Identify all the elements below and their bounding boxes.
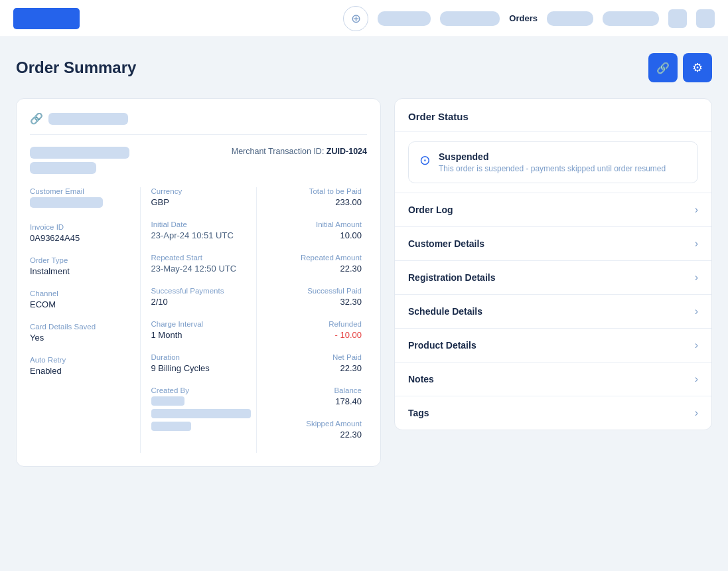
chevron-down-icon: › — [695, 204, 698, 216]
order-status-title: Order Status — [408, 111, 698, 122]
details-grid: Customer Email Invoice ID 0A93624A45 Ord… — [30, 187, 367, 453]
channel-label: Channel — [30, 289, 135, 297]
order-status-panel: Order Status ⊙ Suspended This order is s… — [394, 98, 712, 430]
accordion-schedule-details[interactable]: Schedule Details › — [395, 294, 711, 328]
suspended-card: ⊙ Suspended This order is suspended - pa… — [408, 141, 698, 183]
chevron-down-icon: › — [695, 339, 698, 351]
link-row: 🔗 — [30, 112, 367, 135]
currency-item: Currency GBP — [151, 187, 251, 207]
charge-interval-label: Charge Interval — [151, 320, 251, 328]
order-type-value: Instalment — [30, 266, 135, 276]
accordion-tags-label: Tags — [408, 408, 429, 418]
link-button[interactable]: 🔗 — [648, 53, 678, 82]
duration-value: 9 Billing Cycles — [151, 363, 251, 373]
initial-amount-value: 10.00 — [267, 230, 362, 240]
add-button[interactable]: ⊕ — [343, 6, 368, 31]
created-pill-1 — [151, 396, 184, 406]
created-by-item: Created By — [151, 386, 251, 431]
nav-icon-2 — [696, 9, 715, 28]
suspended-icon: ⊙ — [419, 152, 431, 168]
net-paid-value: 22.30 — [267, 363, 362, 373]
suspended-title: Suspended — [439, 151, 666, 162]
chevron-down-icon: › — [695, 305, 698, 317]
successful-payments-item: Successful Payments 2/10 — [151, 287, 251, 307]
accordion-customer-details-label: Customer Details — [408, 238, 484, 249]
gear-icon: ⚙ — [692, 60, 703, 75]
auto-retry-value: Enabled — [30, 366, 135, 376]
nav-pill-1 — [378, 11, 431, 26]
settings-button[interactable]: ⚙ — [683, 53, 712, 82]
successful-payments-label: Successful Payments — [151, 287, 251, 295]
logo — [13, 8, 80, 29]
currency-label: Currency — [151, 187, 251, 195]
auto-retry-label: Auto Retry — [30, 356, 135, 364]
successful-paid-label: Successful Paid — [267, 287, 362, 295]
skipped-amount-item: Skipped Amount 22.30 — [267, 420, 362, 440]
repeated-start-item: Repeated Start 23-May-24 12:50 UTC — [151, 254, 251, 274]
total-value: 233.00 — [267, 197, 362, 207]
accordion-customer-details[interactable]: Customer Details › — [395, 226, 711, 260]
card-details-label: Card Details Saved — [30, 323, 135, 331]
refunded-value: - 10.00 — [267, 330, 362, 340]
chevron-down-icon: › — [695, 238, 698, 250]
order-details-panel: 🔗 Merchant Transaction ID: ZUID-1024 — [16, 98, 381, 467]
orders-nav-item[interactable]: Orders — [509, 13, 538, 23]
created-pill-3 — [151, 422, 191, 431]
nav-pill-4 — [603, 11, 659, 26]
net-paid-label: Net Paid — [267, 353, 362, 361]
invoice-id-item: Invoice ID 0A93624A45 — [30, 223, 135, 243]
accordion-product-details-label: Product Details — [408, 340, 476, 351]
nav-icon-1 — [668, 9, 687, 28]
page-title: Order Summary — [16, 58, 136, 77]
merchant-pill-wide — [30, 147, 129, 159]
repeated-start-value: 23-May-24 12:50 UTC — [151, 264, 251, 274]
chain-icon: 🔗 — [30, 112, 43, 125]
refunded-item: Refunded - 10.00 — [267, 320, 362, 340]
repeated-amount-item: Repeated Amount 22.30 — [267, 254, 362, 274]
card-details-item: Card Details Saved Yes — [30, 323, 135, 343]
invoice-id-value: 0A93624A45 — [30, 233, 135, 243]
nav-pill-3 — [547, 11, 593, 26]
initial-date-label: Initial Date — [151, 220, 251, 228]
customer-email-pill — [30, 197, 103, 208]
customer-email-label: Customer Email — [30, 187, 135, 195]
net-paid-item: Net Paid 22.30 — [267, 353, 362, 373]
accordion-notes[interactable]: Notes › — [395, 362, 711, 396]
initial-amount-item: Initial Amount 10.00 — [267, 220, 362, 240]
successful-paid-item: Successful Paid 32.30 — [267, 287, 362, 307]
invoice-id-label: Invoice ID — [30, 223, 135, 231]
skipped-amount-label: Skipped Amount — [267, 420, 362, 428]
balance-item: Balance 178.40 — [267, 386, 362, 406]
initial-amount-label: Initial Amount — [267, 220, 362, 228]
accordion-order-log[interactable]: Order Log › — [395, 193, 711, 226]
suspended-info: Suspended This order is suspended - paym… — [439, 151, 666, 173]
accordion-registration-details[interactable]: Registration Details › — [395, 260, 711, 294]
accordion-tags[interactable]: Tags › — [395, 396, 711, 430]
nav-pill-2 — [440, 11, 500, 26]
created-by-label: Created By — [151, 386, 251, 394]
chevron-down-icon: › — [695, 272, 698, 284]
merchant-pills — [30, 147, 129, 174]
repeated-amount-label: Repeated Amount — [267, 254, 362, 262]
accordion-schedule-details-label: Schedule Details — [408, 306, 482, 317]
total-item: Total to be Paid 233.00 — [267, 187, 362, 207]
header-actions: 🔗 ⚙ — [648, 53, 712, 82]
merchant-pill-narrow — [30, 162, 96, 174]
repeated-start-label: Repeated Start — [151, 254, 251, 262]
card-details-value: Yes — [30, 333, 135, 343]
accordion-notes-label: Notes — [408, 374, 434, 384]
initial-date-item: Initial Date 23-Apr-24 10:51 UTC — [151, 220, 251, 240]
order-type-label: Order Type — [30, 256, 135, 264]
accordion-list: Order Log › Customer Details › Registrat… — [395, 193, 711, 430]
initial-date-value: 23-Apr-24 10:51 UTC — [151, 230, 251, 240]
created-by-pills — [151, 396, 251, 431]
accordion-registration-details-label: Registration Details — [408, 272, 495, 283]
refunded-label: Refunded — [267, 320, 362, 328]
charge-interval-value: 1 Month — [151, 330, 251, 340]
accordion-product-details[interactable]: Product Details › — [395, 328, 711, 362]
total-label: Total to be Paid — [267, 187, 362, 195]
suspended-description: This order is suspended - payments skipp… — [439, 164, 666, 173]
order-type-item: Order Type Instalment — [30, 256, 135, 276]
customer-email-item: Customer Email — [30, 187, 135, 210]
charge-interval-item: Charge Interval 1 Month — [151, 320, 251, 340]
